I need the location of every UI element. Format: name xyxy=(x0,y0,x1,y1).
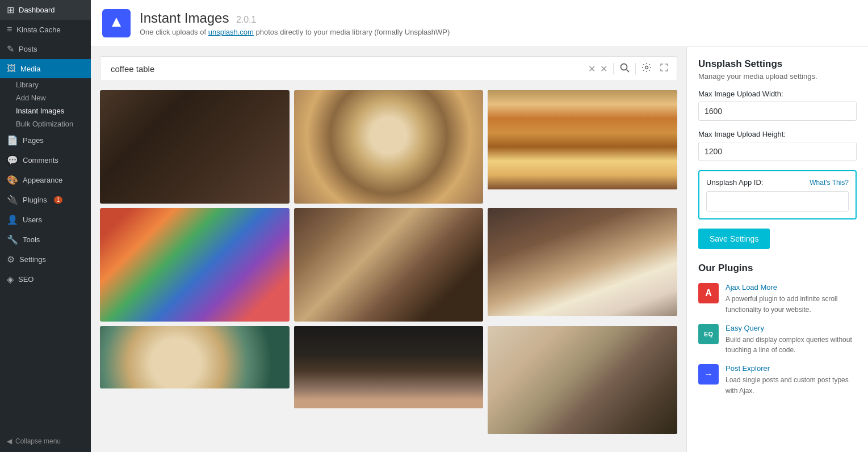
settings-section: Unsplash Settings Manage your media uplo… xyxy=(698,58,857,249)
plugin-ajax-load-more: A Ajax Load More A powerful plugin to ad… xyxy=(698,283,857,315)
sidebar-item-users[interactable]: 👤 Users xyxy=(0,210,91,230)
app-id-header: Unsplash App ID: What's This? xyxy=(706,178,849,187)
post-explorer-desc: Load single posts and custom post types … xyxy=(726,376,849,395)
seo-icon: ◈ xyxy=(7,274,14,285)
max-width-label: Max Image Upload Width: xyxy=(698,90,857,98)
appearance-icon: 🎨 xyxy=(7,175,18,185)
post-explorer-link[interactable]: Post Explorer xyxy=(726,364,857,373)
save-settings-button[interactable]: Save Settings xyxy=(698,229,770,249)
sidebar-sub-instant-images[interactable]: Instant Images xyxy=(0,104,91,117)
easy-query-link[interactable]: Easy Query xyxy=(726,324,857,332)
post-explorer-text: Post Explorer Load single posts and cust… xyxy=(726,364,857,396)
app-id-section: Unsplash App ID: What's This? xyxy=(698,170,857,219)
plugins-title: Our Plugins xyxy=(698,263,857,274)
svg-marker-0 xyxy=(112,18,121,27)
plugins-section: Our Plugins A Ajax Load More A powerful … xyxy=(698,263,857,396)
page-header: Instant Images 2.0.1 One click uploads o… xyxy=(91,0,868,47)
image-3[interactable] xyxy=(488,90,677,189)
search-input[interactable] xyxy=(106,64,586,74)
main-content: Instant Images 2.0.1 One click uploads o… xyxy=(91,0,868,452)
image-5[interactable] xyxy=(294,208,484,322)
max-width-field: Max Image Upload Width: xyxy=(698,90,857,130)
clear-input-button[interactable]: ✕ xyxy=(598,61,610,77)
settings-icon: ⚙ xyxy=(7,254,15,265)
plugin-easy-query: EQ Easy Query Build and display complex … xyxy=(698,324,857,356)
max-height-field: Max Image Upload Height: xyxy=(698,130,857,170)
sidebar-item-plugins[interactable]: 🔌 Plugins 1 xyxy=(0,190,91,210)
ajax-load-more-link[interactable]: Ajax Load More xyxy=(726,283,857,292)
sidebar-item-kinsta-cache[interactable]: ≡ Kinsta Cache xyxy=(0,20,91,39)
sidebar-item-seo[interactable]: ◈ SEO xyxy=(0,269,91,289)
plugins-badge: 1 xyxy=(54,196,63,204)
image-7[interactable] xyxy=(100,326,290,388)
unsplash-link[interactable]: unsplash.com xyxy=(208,28,254,36)
image-2[interactable] xyxy=(294,90,484,204)
sidebar-item-media[interactable]: 🖼 Media xyxy=(0,59,91,78)
image-6[interactable] xyxy=(488,208,677,316)
ajax-load-more-desc: A powerful plugin to add infinite scroll… xyxy=(726,295,837,314)
image-4[interactable] xyxy=(100,208,290,322)
header-text: Instant Images 2.0.1 One click uploads o… xyxy=(140,10,450,36)
collapse-menu-button[interactable]: ◀ Collapse menu xyxy=(0,430,91,452)
sidebar-sub-bulk-optimization[interactable]: Bulk Optimization xyxy=(0,117,91,130)
search-divider-2 xyxy=(635,63,636,74)
gallery-area: ✕ ✕ xyxy=(91,47,686,452)
kinsta-icon: ≡ xyxy=(7,24,12,35)
pages-icon: 📄 xyxy=(7,135,18,146)
plugin-title: Instant Images xyxy=(140,10,229,26)
easy-query-text: Easy Query Build and display complex que… xyxy=(726,324,857,356)
body-area: ✕ ✕ xyxy=(91,47,868,452)
app-id-label: Unsplash App ID: xyxy=(706,178,763,187)
plugin-logo xyxy=(102,9,131,37)
search-divider xyxy=(613,63,614,74)
ajax-load-more-text: Ajax Load More A powerful plugin to add … xyxy=(726,283,857,315)
settings-toggle-button[interactable] xyxy=(639,60,654,77)
svg-point-1 xyxy=(621,64,627,70)
image-1[interactable] xyxy=(100,90,290,204)
sidebar-item-dashboard[interactable]: ⊞ Dashboard xyxy=(0,0,91,20)
sidebar-sub-add-new[interactable]: Add New xyxy=(0,91,91,104)
svg-line-2 xyxy=(627,70,630,73)
plugins-icon: 🔌 xyxy=(7,195,18,205)
image-8[interactable] xyxy=(294,326,484,408)
sidebar: ⊞ Dashboard ≡ Kinsta Cache ✎ Posts 🖼 Med… xyxy=(0,0,91,452)
app-id-input[interactable] xyxy=(706,191,849,212)
expand-button[interactable] xyxy=(657,61,671,77)
sidebar-item-comments[interactable]: 💬 Comments xyxy=(0,150,91,170)
users-icon: 👤 xyxy=(7,214,18,225)
tools-icon: 🔧 xyxy=(7,234,18,245)
media-icon: 🖼 xyxy=(7,64,16,74)
post-explorer-icon: → xyxy=(698,364,719,385)
image-9[interactable] xyxy=(488,326,677,434)
sidebar-sub-library[interactable]: Library xyxy=(0,78,91,91)
search-button[interactable] xyxy=(617,60,632,77)
posts-icon: ✎ xyxy=(7,44,14,54)
sidebar-item-tools[interactable]: 🔧 Tools xyxy=(0,230,91,250)
ajax-load-more-icon: A xyxy=(698,283,719,303)
max-height-label: Max Image Upload Height: xyxy=(698,130,857,138)
sidebar-item-settings[interactable]: ⚙ Settings xyxy=(0,250,91,269)
sidebar-item-appearance[interactable]: 🎨 Appearance xyxy=(0,170,91,190)
plugin-post-explorer: → Post Explorer Load single posts and cu… xyxy=(698,364,857,396)
dashboard-icon: ⊞ xyxy=(7,5,14,15)
clear-search-button[interactable]: ✕ xyxy=(586,61,598,77)
comments-icon: 💬 xyxy=(7,155,18,166)
easy-query-desc: Build and display complex queries withou… xyxy=(726,336,852,354)
right-panel: Unsplash Settings Manage your media uplo… xyxy=(686,47,868,452)
whats-this-link[interactable]: What's This? xyxy=(810,179,849,187)
settings-title: Unsplash Settings xyxy=(698,58,857,70)
svg-point-3 xyxy=(645,66,648,69)
easy-query-icon: EQ xyxy=(698,324,719,344)
settings-subtitle: Manage your media upload settings. xyxy=(698,72,857,81)
plugin-description: One click uploads of unsplash.com photos… xyxy=(140,28,450,36)
max-height-input[interactable] xyxy=(698,142,857,161)
max-width-input[interactable] xyxy=(698,102,857,121)
search-bar: ✕ ✕ xyxy=(100,56,677,81)
collapse-arrow-icon: ◀ xyxy=(7,437,12,445)
sidebar-item-pages[interactable]: 📄 Pages xyxy=(0,130,91,150)
plugin-version: 2.0.1 xyxy=(236,15,257,24)
image-grid xyxy=(100,90,677,434)
sidebar-item-posts[interactable]: ✎ Posts xyxy=(0,39,91,59)
